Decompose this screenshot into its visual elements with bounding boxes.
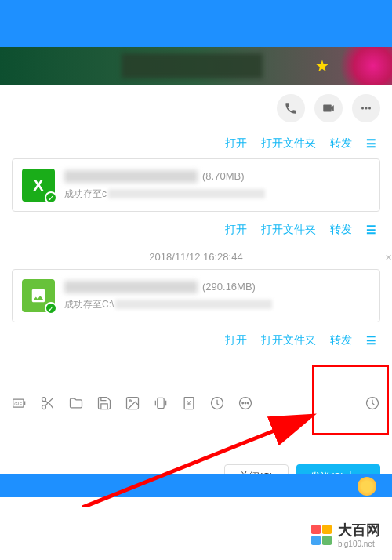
path-blurred — [108, 189, 265, 198]
chat-window-header: ★ — [0, 47, 392, 85]
svg-point-8 — [129, 400, 132, 402]
taskbar-icon — [358, 477, 376, 496]
file-status: 成功存至C:\ — [64, 298, 370, 311]
chat-messages-area: ✕ 打开 打开文件夹 转发 ☰ X ✓ (8.70MB) 成功存至c — [0, 132, 392, 387]
voice-call-button[interactable] — [277, 94, 305, 122]
open-folder-link[interactable]: 打开文件夹 — [261, 333, 316, 347]
path-blurred — [115, 300, 272, 309]
close-panel-icon[interactable]: ✕ — [385, 253, 392, 263]
gif-icon[interactable]: GIF — [12, 395, 27, 411]
call-toolbar — [0, 85, 392, 132]
desktop-background-bottom — [0, 474, 392, 497]
open-folder-link[interactable]: 打开文件夹 — [261, 136, 316, 151]
history-clock-icon[interactable] — [365, 395, 380, 411]
shake-icon[interactable] — [153, 395, 169, 411]
forward-link[interactable]: 转发 — [330, 223, 352, 237]
more-tools-icon[interactable] — [238, 395, 253, 411]
excel-file-icon: X ✓ — [22, 169, 55, 202]
more-options-button[interactable] — [352, 94, 380, 122]
forward-link[interactable]: 转发 — [330, 333, 352, 347]
success-check-icon: ✓ — [45, 302, 57, 315]
music-icon[interactable] — [209, 395, 225, 411]
svg-point-2 — [368, 107, 371, 110]
money-icon[interactable]: ¥ — [181, 395, 197, 411]
svg-point-1 — [365, 107, 368, 110]
open-link[interactable]: 打开 — [225, 136, 247, 151]
svg-point-0 — [361, 107, 364, 110]
desktop-background-top — [0, 0, 392, 47]
message-input[interactable] — [0, 419, 392, 458]
scissors-icon[interactable] — [40, 395, 56, 411]
image-file-icon: ✓ — [22, 279, 55, 312]
file-status: 成功存至c — [64, 187, 370, 201]
message-input-toolbar: GIF ¥ — [0, 387, 392, 419]
watermark-text-cn: 大百网 — [338, 521, 380, 540]
more-menu-icon[interactable]: ☰ — [366, 224, 376, 236]
file-name-blurred — [64, 170, 198, 183]
open-folder-link[interactable]: 打开文件夹 — [261, 223, 316, 237]
image-icon[interactable] — [125, 395, 140, 411]
svg-point-15 — [245, 402, 246, 404]
more-menu-icon[interactable]: ☰ — [366, 334, 376, 347]
svg-text:GIF: GIF — [14, 402, 22, 406]
watermark: 大百网 big100.net — [311, 521, 380, 548]
svg-point-16 — [248, 402, 249, 404]
watermark-text-en: big100.net — [338, 540, 380, 548]
file-card: ✓ (290.16MB) 成功存至C:\ — [12, 269, 380, 322]
svg-rect-9 — [158, 398, 164, 408]
save-icon[interactable] — [96, 395, 112, 411]
file-name-blurred — [64, 281, 198, 293]
open-link[interactable]: 打开 — [225, 333, 247, 347]
file-size: (290.16MB) — [202, 281, 256, 293]
file-card: X ✓ (8.70MB) 成功存至c — [12, 158, 380, 212]
file-actions-row: 打开 打开文件夹 转发 ☰ — [12, 132, 380, 158]
success-check-icon: ✓ — [45, 191, 57, 204]
svg-text:¥: ¥ — [187, 399, 191, 407]
contact-name-blurred — [122, 53, 263, 78]
folder-icon[interactable] — [68, 395, 84, 411]
header-decoration — [329, 47, 392, 85]
message-timestamp: 2018/11/12 16:28:44 — [12, 245, 380, 269]
video-call-button[interactable] — [314, 94, 343, 122]
watermark-logo — [311, 525, 332, 545]
star-icon: ★ — [315, 56, 329, 75]
file-actions-row: 打开 打开文件夹 转发 ☰ — [12, 218, 380, 245]
file-size: (8.70MB) — [202, 170, 244, 182]
more-menu-icon[interactable]: ☰ — [366, 137, 376, 150]
file-actions-row: 打开 打开文件夹 转发 ☰ — [12, 329, 380, 355]
forward-link[interactable]: 转发 — [330, 136, 352, 151]
svg-point-14 — [242, 402, 244, 404]
open-link[interactable]: 打开 — [225, 223, 247, 237]
